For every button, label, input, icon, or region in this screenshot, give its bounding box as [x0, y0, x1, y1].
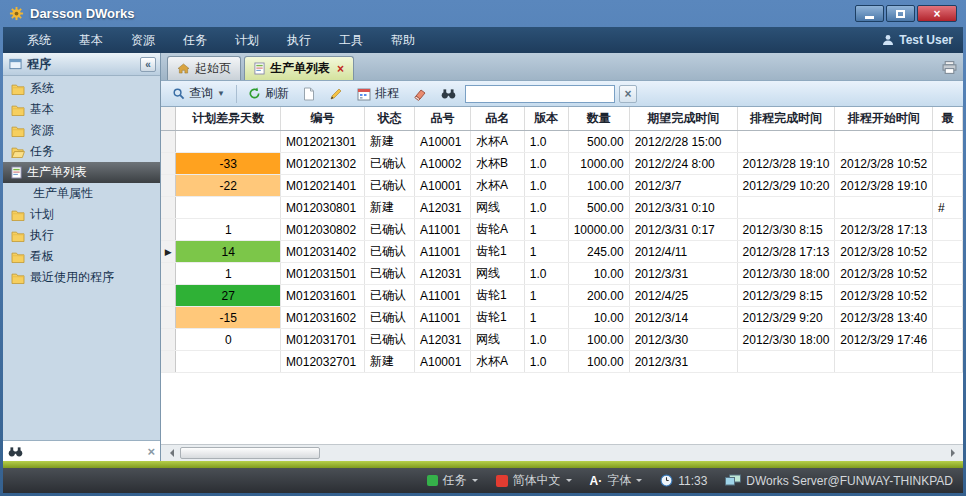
- cell[interactable]: 已确认: [365, 307, 415, 329]
- cell[interactable]: 2012/3/31 0:10: [629, 197, 737, 219]
- cell[interactable]: A11001: [414, 219, 470, 241]
- cell[interactable]: 水杯A: [470, 175, 524, 197]
- sidebar-item-0[interactable]: 系统: [3, 78, 160, 99]
- cell[interactable]: 已确认: [365, 153, 415, 175]
- scroll-right-button[interactable]: [946, 445, 963, 461]
- cell[interactable]: [933, 131, 963, 153]
- cell[interactable]: 2012/3/28 19:10: [835, 175, 933, 197]
- cell[interactable]: 2012/3/31: [629, 263, 737, 285]
- cell[interactable]: 1: [524, 241, 568, 263]
- cell[interactable]: 齿轮1: [470, 307, 524, 329]
- cell[interactable]: [835, 131, 933, 153]
- cell[interactable]: 2012/3/29 9:20: [737, 307, 835, 329]
- cell[interactable]: M012030802: [281, 219, 365, 241]
- menu-item-1[interactable]: 基本: [65, 28, 117, 53]
- diff-days-cell[interactable]: -15: [176, 307, 281, 329]
- cell[interactable]: 2012/3/28 17:13: [835, 219, 933, 241]
- cell[interactable]: 齿轮A: [470, 219, 524, 241]
- find-button[interactable]: [436, 86, 461, 101]
- maximize-button[interactable]: [886, 5, 915, 22]
- table-row[interactable]: 1M012031501已确认A12031网线1.010.002012/3/312…: [161, 263, 963, 285]
- cell[interactable]: [933, 241, 963, 263]
- menu-item-0[interactable]: 系统: [13, 28, 65, 53]
- sidebar-item-1[interactable]: 基本: [3, 99, 160, 120]
- cell[interactable]: 10.00: [568, 263, 629, 285]
- cell[interactable]: 1.0: [524, 153, 568, 175]
- cell[interactable]: 2012/3/14: [629, 307, 737, 329]
- diff-days-cell[interactable]: 0: [176, 329, 281, 351]
- scroll-left-button[interactable]: [161, 445, 178, 461]
- table-row[interactable]: -15M012031602已确认A11001齿轮1110.002012/3/14…: [161, 307, 963, 329]
- column-header-5[interactable]: 版本: [524, 107, 568, 131]
- printer-icon[interactable]: [942, 61, 957, 74]
- diff-days-cell[interactable]: -22: [176, 175, 281, 197]
- cell[interactable]: 齿轮1: [470, 241, 524, 263]
- cell[interactable]: A12031: [414, 329, 470, 351]
- cell[interactable]: 1000.00: [568, 153, 629, 175]
- refresh-button[interactable]: 刷新: [243, 83, 294, 104]
- cell[interactable]: [737, 351, 835, 373]
- table-row[interactable]: 1M012030802已确认A11001齿轮A110000.002012/3/3…: [161, 219, 963, 241]
- cell[interactable]: A12031: [414, 197, 470, 219]
- minimize-button[interactable]: [855, 5, 884, 22]
- cell[interactable]: 2012/3/30 18:00: [737, 329, 835, 351]
- table-row[interactable]: M012032701新建A10001水杯A1.0100.002012/3/31: [161, 351, 963, 373]
- diff-days-cell[interactable]: -33: [176, 153, 281, 175]
- cell[interactable]: 2012/3/7: [629, 175, 737, 197]
- cell[interactable]: M012021401: [281, 175, 365, 197]
- cell[interactable]: 245.00: [568, 241, 629, 263]
- cell[interactable]: 水杯A: [470, 131, 524, 153]
- menu-item-2[interactable]: 资源: [117, 28, 169, 53]
- column-header-9[interactable]: 排程开始时间: [835, 107, 933, 131]
- column-header-8[interactable]: 排程完成时间: [737, 107, 835, 131]
- cell[interactable]: 2012/2/24 8:00: [629, 153, 737, 175]
- table-row[interactable]: M012021301新建A10001水杯A1.0500.002012/2/28 …: [161, 131, 963, 153]
- cell[interactable]: M012021302: [281, 153, 365, 175]
- cell[interactable]: A10001: [414, 175, 470, 197]
- cell[interactable]: M012031602: [281, 307, 365, 329]
- cell[interactable]: [933, 153, 963, 175]
- cell[interactable]: 已确认: [365, 175, 415, 197]
- edit-button[interactable]: [324, 85, 348, 103]
- cell[interactable]: [933, 285, 963, 307]
- menu-item-6[interactable]: 工具: [325, 28, 377, 53]
- cell[interactable]: A11001: [414, 285, 470, 307]
- cell[interactable]: [835, 351, 933, 373]
- cell[interactable]: 1.0: [524, 329, 568, 351]
- sidebar-item-2[interactable]: 资源: [3, 120, 160, 141]
- menu-item-7[interactable]: 帮助: [377, 28, 429, 53]
- cell[interactable]: 2012/3/28 10:52: [835, 263, 933, 285]
- cell[interactable]: #: [933, 197, 963, 219]
- cell[interactable]: M012031701: [281, 329, 365, 351]
- menu-item-4[interactable]: 计划: [221, 28, 273, 53]
- table-row[interactable]: ▶14M012031402已确认A11001齿轮11245.002012/4/1…: [161, 241, 963, 263]
- column-header-0[interactable]: 计划差异天数: [176, 107, 281, 131]
- search-clear-button[interactable]: ×: [619, 85, 637, 103]
- cell[interactable]: 2012/4/11: [629, 241, 737, 263]
- cell[interactable]: 10000.00: [568, 219, 629, 241]
- column-header-2[interactable]: 状态: [365, 107, 415, 131]
- cell[interactable]: 1.0: [524, 197, 568, 219]
- cell[interactable]: 网线: [470, 197, 524, 219]
- cell[interactable]: M012031501: [281, 263, 365, 285]
- cell[interactable]: [933, 175, 963, 197]
- column-header-6[interactable]: 数量: [568, 107, 629, 131]
- cell[interactable]: [933, 351, 963, 373]
- toolbar-search-input[interactable]: [465, 85, 615, 103]
- cell[interactable]: [933, 263, 963, 285]
- statusbar-language-selector[interactable]: 简体中文: [496, 472, 572, 489]
- cell[interactable]: 100.00: [568, 351, 629, 373]
- column-header-4[interactable]: 品名: [470, 107, 524, 131]
- sidebar-search-clear-icon[interactable]: ×: [147, 445, 155, 458]
- cell[interactable]: M012030801: [281, 197, 365, 219]
- table-row[interactable]: -33M012021302已确认A10002水杯B1.01000.002012/…: [161, 153, 963, 175]
- cell[interactable]: 1: [524, 219, 568, 241]
- diff-days-cell[interactable]: 14: [176, 241, 281, 263]
- cell[interactable]: M012021301: [281, 131, 365, 153]
- sidebar-item-7[interactable]: 执行: [3, 225, 160, 246]
- menu-item-3[interactable]: 任务: [169, 28, 221, 53]
- cell[interactable]: [933, 307, 963, 329]
- cell[interactable]: 已确认: [365, 329, 415, 351]
- table-row[interactable]: M012030801新建A12031网线1.0500.002012/3/31 0…: [161, 197, 963, 219]
- user-area[interactable]: Test User: [882, 33, 953, 47]
